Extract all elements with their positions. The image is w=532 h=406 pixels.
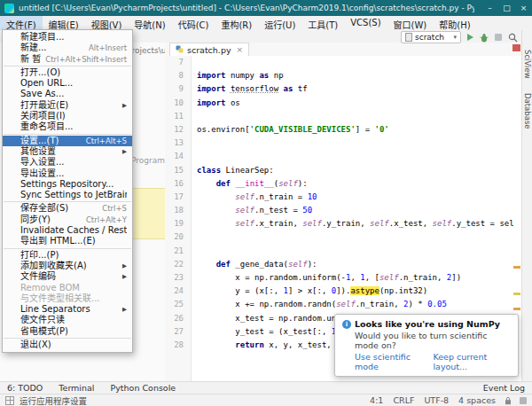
file-menu-item[interactable]: Save As... <box>3 89 132 99</box>
maximize-button[interactable]: □ <box>498 0 515 16</box>
menubar-item[interactable]: 文件(F) <box>0 16 43 30</box>
tool-window-button-sciview[interactable]: SciView <box>523 50 532 79</box>
menubar-item[interactable]: 编辑(E) <box>43 16 85 30</box>
code-line[interactable]: 24 y = (x[:, 1] > x[:, 0]).astype(np.int… <box>165 285 521 298</box>
tool-window-button[interactable]: Terminal <box>59 383 94 393</box>
warning-stripe-mark <box>513 308 520 310</box>
code-line[interactable]: 22 def _gene_data(self): <box>165 258 521 271</box>
code-line[interactable]: 11 <box>165 110 521 123</box>
menu-item-label: 新建... <box>20 43 84 53</box>
file-menu-item[interactable]: Invalidate Caches / Restart... <box>3 225 132 236</box>
file-menu-item[interactable]: 新建...Alt+Insert <box>3 43 132 53</box>
run-config-selector[interactable]: scratch ▾ <box>401 31 461 43</box>
code-line[interactable]: 9import tensorflow as tf <box>165 82 521 96</box>
code-line[interactable]: 15class LinearSep: <box>165 164 521 177</box>
code-line[interactable]: 7 <box>165 56 521 69</box>
tool-window-button[interactable]: Event Log <box>483 383 525 393</box>
file-menu-item[interactable]: Open URL... <box>3 78 132 89</box>
file-menu-item[interactable]: 导入设置... <box>3 157 132 168</box>
menubar-item[interactable]: VCS(S) <box>344 16 387 30</box>
file-menu-item[interactable]: Sync Settings to JetBrains Account... <box>3 190 132 200</box>
file-menu-item[interactable]: 导出到 HTML...(E) <box>3 236 132 246</box>
file-menu-item[interactable]: Settings Repository... <box>3 179 132 190</box>
file-menu-item[interactable]: 使文件只读 <box>3 315 132 325</box>
line-number: 19 <box>165 217 191 230</box>
file-menu-item[interactable]: 保存全部(S)Ctrl+S <box>3 203 132 214</box>
line-number: 20 <box>165 230 191 244</box>
code-line[interactable]: 8import numpy as np <box>165 69 521 82</box>
menubar-item[interactable]: 帮助(H) <box>433 16 476 30</box>
menubar-item[interactable]: 窗口(W) <box>387 16 434 30</box>
file-menu-item[interactable]: 设置...(T)Ctrl+Alt+S <box>3 136 132 146</box>
status-widgets: 4:1CRLFUTF-84 spaces <box>370 395 496 405</box>
tool-window-button[interactable]: 6: TODO <box>7 383 43 393</box>
status-widget[interactable]: 4:1 <box>370 395 383 405</box>
line-number: 13 <box>165 137 191 150</box>
code-text: class LinearSep: <box>191 164 521 177</box>
status-widget[interactable]: 4 spaces <box>458 395 496 405</box>
status-widget[interactable]: UTF-8 <box>424 395 449 405</box>
menu-item-shortcut: Ctrl+S <box>102 203 127 214</box>
code-line[interactable]: 13 <box>165 137 521 150</box>
code-line[interactable]: 16 def __init__(self): <box>165 177 521 191</box>
file-menu-item[interactable]: 文件编码▶ <box>3 271 132 282</box>
file-menu-item[interactable]: 重命名项目... <box>3 121 132 132</box>
menubar-item[interactable]: 运行(U) <box>258 16 301 30</box>
code-line[interactable]: 23 x = np.random.uniform(-1, 1, [self.n_… <box>165 271 521 285</box>
python-file-icon <box>176 45 184 55</box>
line-number: 15 <box>165 164 191 177</box>
menu-item-label: Save As... <box>20 89 127 99</box>
menubar-item[interactable]: 代码(C) <box>172 16 215 30</box>
menubar-item[interactable]: 导航(N) <box>128 16 171 30</box>
file-menu-item[interactable]: 导出设置... <box>3 168 132 179</box>
menu-item-label: 保存全部(S) <box>20 203 98 214</box>
file-menu-item[interactable]: 打开...(O) <box>3 67 132 78</box>
file-menu-item[interactable]: 新 暂存文件Ctrl+Alt+Shift+Insert <box>3 54 132 65</box>
keep-current-layout-link[interactable]: Keep current layout... <box>433 352 511 371</box>
file-menu-item[interactable]: 同步(Y)Ctrl+Alt+Y <box>3 215 132 225</box>
file-menu-item[interactable]: 打开最近(E)▶ <box>3 100 132 111</box>
file-menu-item[interactable]: 省电模式(P) <box>3 326 132 337</box>
lock-icon[interactable] <box>505 396 512 405</box>
run-button[interactable] <box>467 34 473 41</box>
search-everywhere-icon[interactable] <box>508 33 518 43</box>
use-scientific-mode-link[interactable]: Use scientific mode <box>355 352 425 371</box>
tool-window-switcher-icon[interactable] <box>5 396 14 405</box>
status-widget[interactable]: CRLF <box>393 395 414 405</box>
menu-item-label: 重命名项目... <box>20 121 127 132</box>
file-menu-item[interactable]: 添加到收藏夹(A)▶ <box>3 261 132 271</box>
code-text <box>191 137 521 150</box>
stop-button[interactable] <box>495 34 502 41</box>
menu-item-label: 导入设置... <box>20 157 127 168</box>
submenu-arrow-icon: ▶ <box>122 146 127 157</box>
menubar-item[interactable]: 重构(R) <box>215 16 258 30</box>
menubar-item[interactable]: 视图(V) <box>85 16 129 30</box>
minimize-button[interactable]: – <box>481 0 498 16</box>
close-button[interactable]: × <box>515 0 532 16</box>
code-line[interactable]: 25 x += np.random.randn(self.n_train, 2)… <box>165 298 521 311</box>
close-tab-icon[interactable]: × <box>237 45 244 54</box>
file-menu-item[interactable]: 其他设置▶ <box>3 146 132 157</box>
code-line[interactable]: 20 <box>165 230 521 244</box>
menubar-item[interactable]: 工具(T) <box>301 16 344 30</box>
debug-bug-icon[interactable] <box>480 33 489 43</box>
code-line[interactable]: 10import os <box>165 97 521 110</box>
code-line[interactable]: 17 self.n_train = 10 <box>165 191 521 204</box>
file-menu-item[interactable]: Line Separators▶ <box>3 304 132 315</box>
file-menu-item[interactable]: 关闭项目(I) <box>3 111 132 121</box>
code-line[interactable]: 12os.environ['CUDA_VISIBLE_DEVICES'] = '… <box>165 123 521 137</box>
file-menu-item[interactable]: 新建项目... <box>3 32 132 43</box>
code-line[interactable]: 19 self.x_train, self.y_train, self.x_te… <box>165 217 521 230</box>
code-line[interactable]: 18 self.n_test = 50 <box>165 204 521 217</box>
code-line[interactable]: 14 <box>165 150 521 163</box>
file-menu-item[interactable]: 退出(X) <box>3 340 132 350</box>
project-tree-item[interactable]: Program Files (x <box>131 156 166 165</box>
tool-window-buttons-left: 6: TODOTerminalPython Console <box>7 383 176 393</box>
tool-window-button-database[interactable]: Database <box>523 93 532 129</box>
file-menu-item[interactable]: 打印...(P) <box>3 250 132 261</box>
tool-window-button[interactable]: Python Console <box>111 383 176 393</box>
code-line[interactable]: 21 <box>165 245 521 258</box>
highlighting-level-icon[interactable] <box>520 397 527 404</box>
menu-separator <box>4 134 131 135</box>
tab-scratch-py[interactable]: scratch.py × <box>169 43 249 57</box>
